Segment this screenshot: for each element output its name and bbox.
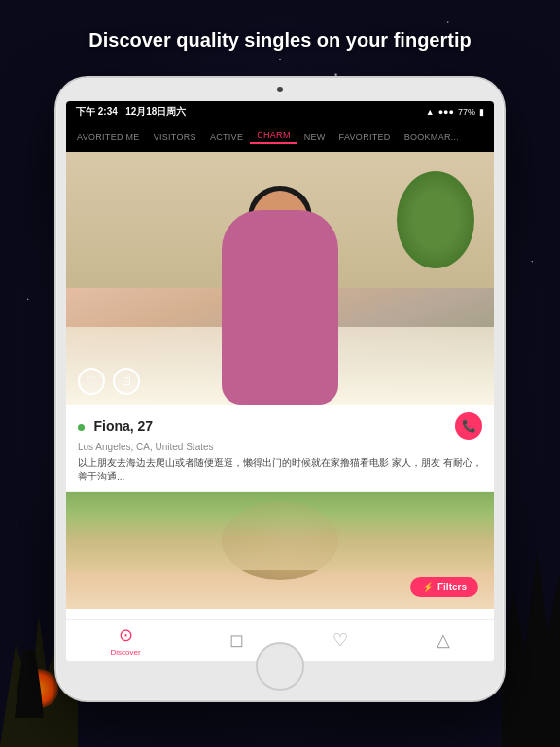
tab-visitors[interactable]: VISITORS bbox=[147, 132, 203, 142]
likes-icon: ♡ bbox=[332, 629, 348, 651]
battery-text: 77% bbox=[458, 107, 475, 117]
battery-icon: ▮ bbox=[479, 107, 484, 117]
tab-favorited-me[interactable]: AVORITED ME bbox=[70, 132, 147, 142]
screen: 下午 2:34 12月18日周六 ▲ ●●● 77% ▮ AVORITED ME… bbox=[66, 101, 494, 661]
profile-info: Fiona, 27 📞 Los Angeles, CA, United Stat… bbox=[66, 405, 494, 492]
plant-decoration bbox=[397, 171, 474, 268]
profile-name-row: Fiona, 27 📞 bbox=[78, 412, 482, 440]
profile-name: Fiona, 27 bbox=[93, 418, 153, 434]
device-top-bar bbox=[56, 78, 504, 101]
profile-card: ♡ ⊡ Fiona, 27 📞 Los Angeles, CA, United … bbox=[66, 152, 494, 492]
tab-charm[interactable]: CHARM bbox=[250, 130, 298, 144]
profile-bio: 以上朋友去海边去爬山或者随便逛逛，懒得出门的时候就在家撸猫看电影 家人，朋友 有… bbox=[78, 456, 482, 483]
tab-active[interactable]: ACTIVE bbox=[203, 132, 250, 142]
profile-icon: △ bbox=[437, 629, 450, 651]
profile-name-container: Fiona, 27 bbox=[78, 417, 153, 435]
profile-photo[interactable]: ♡ ⊡ bbox=[66, 152, 494, 405]
online-indicator bbox=[78, 424, 85, 431]
call-button[interactable]: 📞 bbox=[455, 412, 482, 440]
nav-messages[interactable]: ◻ bbox=[229, 629, 244, 653]
tab-new[interactable]: NEW bbox=[298, 132, 332, 142]
tab-favorited[interactable]: FAVORITED bbox=[332, 132, 398, 142]
signal-icon: ●●● bbox=[438, 107, 454, 117]
photo-actions: ♡ ⊡ bbox=[78, 368, 140, 395]
filters-icon: ⚡ bbox=[422, 582, 434, 592]
nav-profile[interactable]: △ bbox=[437, 629, 450, 653]
nav-likes[interactable]: ♡ bbox=[332, 629, 348, 653]
status-right: ▲ ●●● 77% ▮ bbox=[426, 107, 484, 117]
messages-icon: ◻ bbox=[229, 629, 244, 651]
home-button[interactable] bbox=[256, 642, 304, 691]
discover-icon: ⊙ bbox=[119, 624, 133, 646]
status-bar: 下午 2:34 12月18日周六 ▲ ●●● 77% ▮ bbox=[66, 101, 494, 123]
tab-bookmark[interactable]: BOOKMAR... bbox=[398, 132, 467, 142]
status-time: 下午 2:34 12月18日周六 bbox=[76, 105, 186, 119]
bookmark-button[interactable]: ⊡ bbox=[113, 368, 140, 395]
filters-label: Filters bbox=[438, 582, 467, 592]
device-frame: 下午 2:34 12月18日周六 ▲ ●●● 77% ▮ AVORITED ME… bbox=[56, 78, 504, 700]
discover-label: Discover bbox=[110, 648, 140, 657]
camera-dot bbox=[277, 87, 283, 92]
nav-discover[interactable]: ⊙ Discover bbox=[110, 624, 140, 657]
headline: Discover quality singles on your fingert… bbox=[0, 27, 560, 53]
filters-button[interactable]: ⚡ Filters bbox=[410, 577, 478, 597]
nav-tabs: AVORITED ME VISITORS ACTIVE CHARM NEW FA… bbox=[66, 123, 494, 152]
wifi-icon: ▲ bbox=[426, 107, 435, 117]
body bbox=[222, 210, 338, 405]
person-figure bbox=[192, 171, 368, 405]
profile-location: Los Angeles, CA, United States bbox=[78, 442, 482, 452]
second-card-preview[interactable]: ⚡ Filters bbox=[66, 492, 494, 609]
heart-button[interactable]: ♡ bbox=[78, 368, 105, 395]
